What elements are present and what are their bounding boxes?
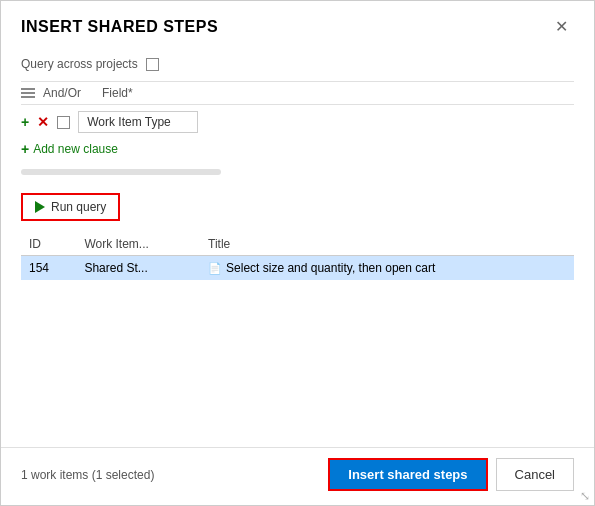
filter-lines-icon bbox=[21, 88, 35, 98]
run-query-label: Run query bbox=[51, 200, 106, 214]
field-value[interactable]: Work Item Type bbox=[78, 111, 198, 133]
filter-row-checkbox[interactable] bbox=[57, 116, 70, 129]
dialog-title: INSERT SHARED STEPS bbox=[21, 18, 218, 36]
dialog-header: INSERT SHARED STEPS ✕ bbox=[1, 1, 594, 47]
row-add-icon[interactable]: + bbox=[21, 114, 29, 130]
resize-handle[interactable]: ⤡ bbox=[580, 489, 590, 503]
col-workitem-header: Work Item... bbox=[76, 233, 200, 256]
query-across-label: Query across projects bbox=[21, 57, 138, 71]
col-title-header: Title bbox=[200, 233, 574, 256]
col-id-header: ID bbox=[21, 233, 76, 256]
insert-shared-steps-button[interactable]: Insert shared steps bbox=[328, 458, 487, 491]
shared-steps-icon: 📄 bbox=[208, 262, 222, 274]
dialog-footer: 1 work items (1 selected) Insert shared … bbox=[1, 447, 594, 505]
andor-header: And/Or bbox=[43, 86, 98, 100]
footer-buttons: Insert shared steps Cancel bbox=[328, 458, 574, 491]
play-icon bbox=[35, 201, 45, 213]
add-clause-plus-icon: + bbox=[21, 141, 29, 157]
run-query-button[interactable]: Run query bbox=[21, 193, 120, 221]
cancel-button[interactable]: Cancel bbox=[496, 458, 574, 491]
divider bbox=[21, 169, 221, 175]
row-title: 📄Select size and quantity, then open car… bbox=[200, 256, 574, 281]
table-row[interactable]: 154Shared St...📄Select size and quantity… bbox=[21, 256, 574, 281]
dialog: INSERT SHARED STEPS ✕ Query across proje… bbox=[0, 0, 595, 506]
row-id: 154 bbox=[21, 256, 76, 281]
query-across-checkbox[interactable] bbox=[146, 58, 159, 71]
results-table: ID Work Item... Title 154Shared St...📄Se… bbox=[21, 233, 574, 280]
add-clause-row[interactable]: + Add new clause bbox=[21, 139, 574, 159]
footer-status: 1 work items (1 selected) bbox=[21, 468, 154, 482]
filter-row: + ✕ Work Item Type bbox=[21, 105, 574, 139]
filter-table-header: And/Or Field* bbox=[21, 81, 574, 105]
dialog-body: Query across projects And/Or Field* + ✕ … bbox=[1, 47, 594, 447]
query-across-row: Query across projects bbox=[21, 57, 574, 71]
row-workitem: Shared St... bbox=[76, 256, 200, 281]
add-clause-label: Add new clause bbox=[33, 142, 118, 156]
field-header: Field* bbox=[102, 86, 242, 100]
close-button[interactable]: ✕ bbox=[549, 17, 574, 37]
row-delete-icon[interactable]: ✕ bbox=[37, 114, 49, 130]
results-header-row: ID Work Item... Title bbox=[21, 233, 574, 256]
